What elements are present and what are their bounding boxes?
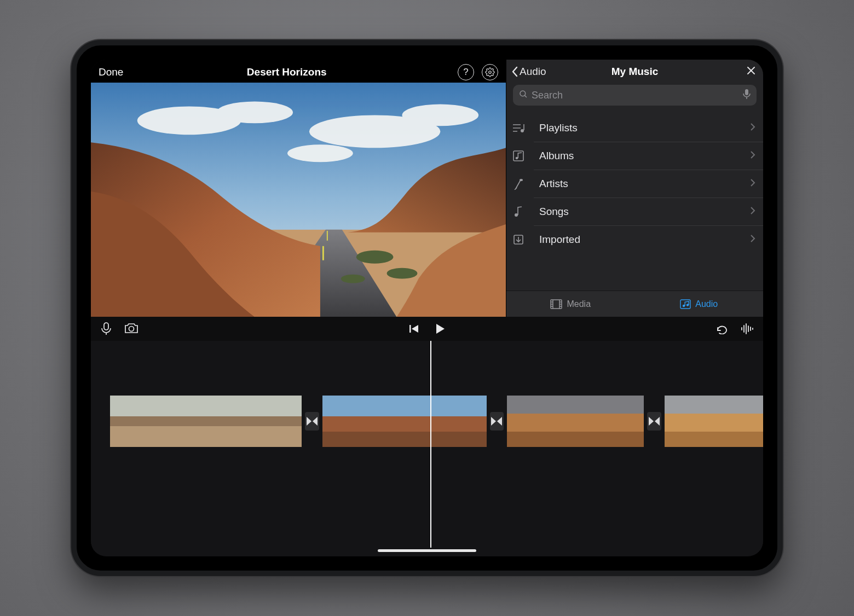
- chevron-right-icon: [750, 122, 755, 134]
- record-voiceover-icon[interactable]: [101, 322, 112, 335]
- play-icon[interactable]: [435, 323, 446, 335]
- settings-gear-icon[interactable]: [482, 64, 498, 80]
- tab-media[interactable]: Media: [506, 291, 635, 317]
- svg-point-18: [520, 91, 526, 96]
- svg-line-19: [524, 95, 527, 97]
- preview-header: Done Desert Horizons ?: [99, 64, 498, 80]
- category-label: Albums: [539, 150, 574, 162]
- chevron-right-icon: [750, 150, 755, 162]
- svg-marker-59: [307, 417, 311, 426]
- timeline-clip[interactable]: [322, 396, 487, 447]
- imported-icon: [511, 232, 526, 247]
- svg-marker-60: [313, 417, 318, 426]
- svg-marker-52: [436, 324, 445, 334]
- transition-icon[interactable]: [647, 412, 661, 431]
- albums-icon: [511, 148, 526, 164]
- svg-rect-10: [322, 246, 324, 260]
- svg-rect-20: [745, 89, 748, 95]
- upper-pane: Done Desert Horizons ?: [91, 60, 763, 317]
- svg-rect-50: [409, 325, 411, 333]
- browser-header: Audio My Music: [506, 60, 763, 82]
- close-icon[interactable]: [746, 65, 757, 78]
- svg-point-32: [515, 213, 518, 217]
- svg-point-14: [387, 268, 418, 279]
- search-input[interactable]: [532, 90, 742, 101]
- category-label: Songs: [539, 206, 569, 218]
- playhead[interactable]: [430, 341, 431, 548]
- category-artists[interactable]: Artists: [534, 170, 763, 198]
- timeline-clip[interactable]: [665, 396, 763, 447]
- svg-point-3: [216, 101, 293, 123]
- search-icon: [518, 89, 528, 102]
- search-bar[interactable]: [513, 85, 757, 106]
- timeline-clip[interactable]: [507, 396, 644, 447]
- svg-point-30: [520, 179, 523, 181]
- done-button[interactable]: Done: [99, 66, 123, 78]
- category-playlists[interactable]: Playlists: [534, 114, 763, 142]
- playback-toolbar: [91, 317, 763, 341]
- chevron-right-icon: [750, 178, 755, 190]
- undo-icon[interactable]: [715, 323, 728, 334]
- songs-icon: [511, 204, 526, 219]
- svg-point-49: [129, 327, 134, 332]
- svg-rect-47: [104, 323, 108, 330]
- chevron-right-icon: [750, 206, 755, 218]
- svg-point-13: [356, 251, 394, 264]
- transition-icon[interactable]: [490, 412, 504, 431]
- app-screen: Done Desert Horizons ?: [91, 60, 763, 556]
- video-preview[interactable]: [91, 83, 506, 317]
- svg-marker-63: [649, 417, 654, 426]
- svg-point-0: [489, 71, 492, 74]
- timeline-track: [91, 396, 763, 447]
- project-title: Desert Horizons: [247, 66, 327, 78]
- media-browser: Audio My Music: [506, 60, 763, 317]
- svg-marker-51: [412, 325, 418, 333]
- browser-back-label: Audio: [520, 66, 546, 78]
- browser-tabs: Media Audio: [506, 290, 763, 317]
- category-imported[interactable]: Imported: [534, 226, 763, 253]
- tab-audio-label: Audio: [695, 299, 718, 309]
- svg-point-25: [521, 129, 524, 132]
- category-label: Artists: [539, 178, 568, 190]
- home-indicator: [378, 549, 476, 552]
- svg-marker-64: [655, 417, 660, 426]
- category-albums[interactable]: Albums: [534, 142, 763, 170]
- browser-back-button[interactable]: Audio: [511, 66, 546, 78]
- category-label: Imported: [539, 234, 580, 246]
- ipad-frame: Done Desert Horizons ?: [71, 40, 783, 576]
- skip-back-icon[interactable]: [408, 323, 419, 334]
- timeline[interactable]: [91, 341, 763, 556]
- music-category-list: Playlists Albums Artists: [506, 114, 763, 290]
- help-icon[interactable]: ?: [458, 64, 474, 80]
- svg-point-5: [402, 104, 479, 126]
- category-songs[interactable]: Songs: [534, 198, 763, 226]
- tab-media-label: Media: [567, 299, 591, 309]
- camera-icon[interactable]: [124, 322, 139, 335]
- category-label: Playlists: [539, 122, 578, 134]
- tab-audio[interactable]: Audio: [635, 291, 764, 317]
- microphone-icon[interactable]: [742, 89, 751, 102]
- preview-panel: Done Desert Horizons ?: [91, 60, 506, 317]
- svg-point-15: [341, 275, 365, 283]
- svg-point-6: [287, 144, 353, 162]
- timeline-clip[interactable]: [110, 396, 302, 447]
- svg-rect-9: [327, 231, 328, 241]
- artists-icon: [511, 176, 526, 191]
- transition-icon[interactable]: [305, 412, 319, 431]
- chevron-right-icon: [750, 234, 755, 246]
- svg-marker-61: [491, 417, 496, 426]
- playlists-icon: [511, 120, 526, 136]
- svg-marker-62: [497, 417, 502, 426]
- audio-waveform-icon[interactable]: [740, 323, 753, 334]
